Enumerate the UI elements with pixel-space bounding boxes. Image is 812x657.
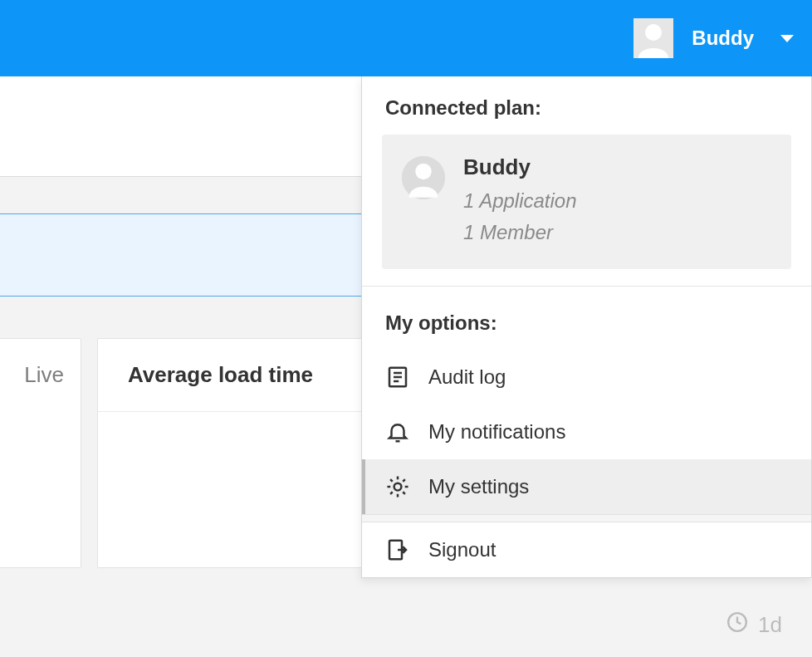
- options-list: Audit log My notifications My settings S…: [362, 350, 811, 577]
- time-range-label: 1d: [758, 612, 782, 638]
- plan-member-count: 1 Member: [463, 217, 577, 248]
- svg-point-10: [394, 483, 402, 490]
- menu-label: Audit log: [428, 365, 506, 389]
- live-label: Live: [0, 362, 64, 388]
- card-live: Live: [0, 338, 81, 568]
- plan-avatar-icon: [402, 156, 445, 199]
- top-bar: Buddy: [0, 0, 812, 76]
- menu-label: Signout: [428, 538, 496, 561]
- time-range-indicator[interactable]: 1d: [726, 611, 782, 639]
- user-name: Buddy: [692, 27, 754, 50]
- svg-point-4: [415, 164, 432, 180]
- menu-item-my-notifications[interactable]: My notifications: [362, 404, 811, 459]
- menu-item-signout[interactable]: Signout: [362, 522, 811, 577]
- connected-plan-card[interactable]: Buddy 1 Application 1 Member: [382, 135, 791, 269]
- user-menu-trigger[interactable]: Buddy: [633, 18, 794, 58]
- menu-item-my-settings[interactable]: My settings: [362, 459, 811, 514]
- list-icon: [385, 365, 410, 390]
- menu-label: My notifications: [428, 420, 565, 444]
- section-divider: [362, 286, 811, 287]
- clock-icon: [726, 611, 748, 639]
- my-options-heading: My options:: [362, 292, 811, 350]
- svg-point-1: [645, 24, 662, 41]
- plan-name: Buddy: [463, 154, 577, 180]
- chevron-down-icon: [780, 35, 794, 42]
- menu-label: My settings: [428, 475, 529, 498]
- bell-icon: [385, 419, 410, 444]
- plan-app-count: 1 Application: [463, 185, 577, 217]
- plan-info: Buddy 1 Application 1 Member: [463, 154, 577, 249]
- user-dropdown: Connected plan: Buddy 1 Application 1 Me…: [361, 76, 812, 578]
- section-divider: [362, 514, 811, 522]
- gear-icon: [385, 474, 410, 499]
- menu-item-audit-log[interactable]: Audit log: [362, 350, 811, 404]
- signout-icon: [385, 537, 410, 562]
- connected-plan-heading: Connected plan:: [362, 76, 811, 135]
- avatar-icon: [633, 18, 673, 58]
